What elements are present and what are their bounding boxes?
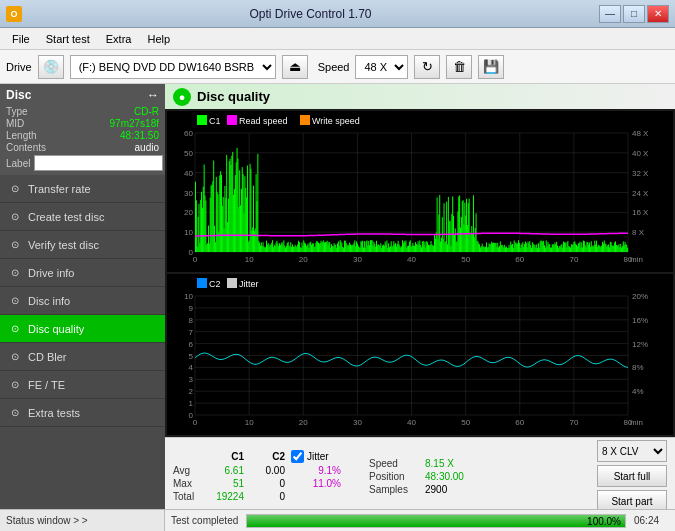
progress-percentage: 100.0% <box>587 515 621 529</box>
save-button[interactable]: 💾 <box>478 55 504 79</box>
chart1-canvas <box>167 111 673 272</box>
disc-contents-value: audio <box>135 142 159 153</box>
menu-extra[interactable]: Extra <box>98 31 140 47</box>
stats-table: C1 C2 Jitter Avg 6.61 0.00 9.1% Max 51 <box>173 450 341 502</box>
disc-quality-icon: ⊙ <box>8 322 22 336</box>
progress-bar-fill <box>247 515 625 527</box>
nav-disc-quality-label: Disc quality <box>28 323 84 335</box>
avg-jitter: 9.1% <box>291 465 341 476</box>
stats-header-row: C1 C2 Jitter <box>173 450 341 463</box>
nav-create-test-disc-label: Create test disc <box>28 211 104 223</box>
verify-test-disc-icon: ⊙ <box>8 238 22 252</box>
menu-bar: File Start test Extra Help <box>0 28 675 50</box>
minimize-button[interactable]: — <box>599 5 621 23</box>
c2-header: C2 <box>250 451 285 462</box>
status-window-button[interactable]: Status window > > <box>0 510 165 532</box>
total-label: Total <box>173 491 203 502</box>
nav-disc-info-label: Disc info <box>28 295 70 307</box>
start-part-button[interactable]: Start part <box>597 490 667 509</box>
maximize-button[interactable]: □ <box>623 5 645 23</box>
window-controls: — □ ✕ <box>599 5 669 23</box>
speed-select[interactable]: 48 X <box>355 55 408 79</box>
refresh-button[interactable]: ↻ <box>414 55 440 79</box>
position-label: Position <box>369 471 419 482</box>
menu-start-test[interactable]: Start test <box>38 31 98 47</box>
title-bar: O Opti Drive Control 1.70 — □ ✕ <box>0 0 675 28</box>
disc-quality-header: ● Disc quality <box>165 84 675 109</box>
toolbar: Drive 💿 (F:) BENQ DVD DD DW1640 BSRB ⏏ S… <box>0 50 675 84</box>
avg-c2: 0.00 <box>250 465 285 476</box>
eject-button[interactable]: ⏏ <box>282 55 308 79</box>
close-button[interactable]: ✕ <box>647 5 669 23</box>
total-c2: 0 <box>250 491 285 502</box>
avg-c1: 6.61 <box>209 465 244 476</box>
samples-value: 2900 <box>425 484 447 495</box>
right-panel: ● Disc quality C1 C2 Jitte <box>165 84 675 509</box>
disc-label-label: Label <box>6 158 30 169</box>
nav-disc-info[interactable]: ⊙ Disc info <box>0 287 165 315</box>
right-controls: 8 X CLV Start full Start part <box>597 440 667 509</box>
status-complete-text: Test completed <box>171 515 238 526</box>
charts-container <box>165 109 675 437</box>
disc-length-row: Length 48:31.50 <box>6 130 159 141</box>
nav-verify-test-disc[interactable]: ⊙ Verify test disc <box>0 231 165 259</box>
disc-type-label: Type <box>6 106 28 117</box>
c1-header: C1 <box>209 451 244 462</box>
position-value: 48:30.00 <box>425 471 464 482</box>
progress-area: Test completed 100.0% 06:24 <box>165 514 675 528</box>
nav-verify-test-disc-label: Verify test disc <box>28 239 99 251</box>
chart1-wrapper <box>167 111 673 272</box>
speed-clv-select[interactable]: 8 X CLV <box>597 440 667 462</box>
disc-label-input[interactable] <box>34 155 163 171</box>
app-icon: O <box>6 6 22 22</box>
samples-label: Samples <box>369 484 419 495</box>
menu-help[interactable]: Help <box>139 31 178 47</box>
disc-type-value: CD-R <box>134 106 159 117</box>
max-jitter: 11.0% <box>291 478 341 489</box>
nav-drive-info-label: Drive info <box>28 267 74 279</box>
disc-length-value: 48:31.50 <box>120 130 159 141</box>
samples-row: Samples 2900 <box>369 484 464 495</box>
disc-contents-row: Contents audio <box>6 142 159 153</box>
menu-file[interactable]: File <box>4 31 38 47</box>
speed-value: 8.15 X <box>425 458 454 469</box>
create-test-disc-icon: ⊙ <box>8 210 22 224</box>
disc-expand-button[interactable]: ↔ <box>147 88 159 102</box>
total-row: Total 19224 0 <box>173 491 341 502</box>
nav-extra-tests[interactable]: ⊙ Extra tests <box>0 399 165 427</box>
status-bar: Status window > > Test completed 100.0% … <box>0 509 675 531</box>
nav-disc-quality[interactable]: ⊙ Disc quality <box>0 315 165 343</box>
cd-bler-icon: ⊙ <box>8 350 22 364</box>
nav-fe-te[interactable]: ⊙ FE / TE <box>0 371 165 399</box>
disc-mid-value: 97m27s18f <box>110 118 159 129</box>
drive-info-icon: ⊙ <box>8 266 22 280</box>
time-elapsed: 06:24 <box>634 515 669 526</box>
disc-info-icon: ⊙ <box>8 294 22 308</box>
transfer-rate-icon: ⊙ <box>8 182 22 196</box>
window-title: Opti Drive Control 1.70 <box>22 7 599 21</box>
disc-mid-row: MID 97m27s18f <box>6 118 159 129</box>
max-c1: 51 <box>209 478 244 489</box>
drive-label: Drive <box>6 61 32 73</box>
speed-row: Speed 8.15 X <box>369 458 464 469</box>
avg-row: Avg 6.61 0.00 9.1% <box>173 465 341 476</box>
extra-tests-icon: ⊙ <box>8 406 22 420</box>
disc-section: Disc ↔ Type CD-R MID 97m27s18f Length 48… <box>0 84 165 175</box>
nav-extra-tests-label: Extra tests <box>28 407 80 419</box>
disc-quality-title: Disc quality <box>197 89 270 104</box>
disc-header: Disc ↔ <box>6 88 159 102</box>
clear-button[interactable]: 🗑 <box>446 55 472 79</box>
nav-drive-info[interactable]: ⊙ Drive info <box>0 259 165 287</box>
start-full-button[interactable]: Start full <box>597 465 667 487</box>
nav-transfer-rate[interactable]: ⊙ Transfer rate <box>0 175 165 203</box>
drive-select[interactable]: (F:) BENQ DVD DD DW1640 BSRB <box>70 55 276 79</box>
max-row: Max 51 0 11.0% <box>173 478 341 489</box>
jitter-checkbox[interactable] <box>291 450 304 463</box>
nav-create-test-disc[interactable]: ⊙ Create test disc <box>0 203 165 231</box>
disc-label-row: Label ⚙ <box>6 155 159 171</box>
drive-icon-btn[interactable]: 💿 <box>38 55 64 79</box>
disc-quality-header-icon: ● <box>173 88 191 106</box>
disc-contents-label: Contents <box>6 142 46 153</box>
nav-cd-bler[interactable]: ⊙ CD Bler <box>0 343 165 371</box>
max-label: Max <box>173 478 203 489</box>
